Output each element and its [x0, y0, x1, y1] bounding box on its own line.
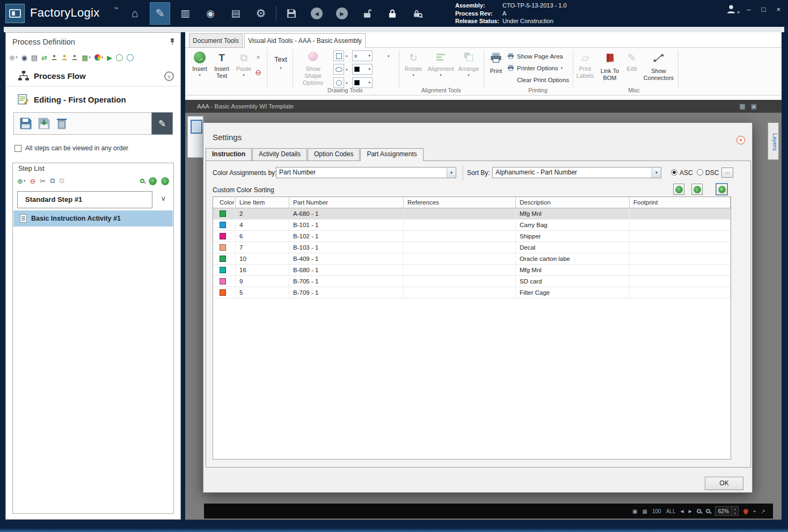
color-swatch[interactable]	[220, 244, 226, 251]
ok-button[interactable]: OK	[705, 477, 743, 490]
zoom-down-icon[interactable]: ▼	[732, 511, 738, 515]
rectangle-tool-caret[interactable]: ▾	[346, 54, 348, 59]
tab-visual-aid-tools[interactable]: Visual Aid Tools - AAA - Basic Assembly	[244, 33, 366, 48]
print-labels-button[interactable]: ▱ Print Labels	[575, 50, 595, 79]
dropdown-arrow-icon[interactable]: ▼	[447, 167, 456, 178]
prev-page-icon[interactable]: ◀	[680, 509, 683, 514]
table-row[interactable]: 4B-101 - 1Carry Bag	[213, 220, 731, 231]
dsc-radio[interactable]	[697, 169, 703, 176]
tab-activity-details[interactable]: Activity Details	[252, 148, 307, 161]
color-swatch[interactable]	[220, 267, 226, 273]
move-up-icon[interactable]: ↑	[149, 177, 157, 185]
gear-icon[interactable]: ⚙	[251, 2, 271, 25]
step-name[interactable]: Standard Step #1	[17, 191, 152, 208]
color-swatch[interactable]	[220, 278, 226, 285]
rotate-button[interactable]: ↻ Rotate ▾	[403, 50, 424, 77]
close-button[interactable]: ×	[776, 5, 780, 13]
zoom-out-icon[interactable]	[697, 509, 701, 513]
order-checkbox-row[interactable]: All steps can be viewed in any order	[14, 144, 128, 152]
user-add-icon[interactable]	[61, 54, 68, 61]
zoom-up-icon[interactable]: ▲	[732, 507, 738, 511]
map-pin-icon[interactable]	[742, 508, 749, 515]
search-step-icon[interactable]	[140, 179, 144, 183]
add-step-icon[interactable]: ⊕▾	[17, 177, 25, 185]
save-icon[interactable]	[281, 2, 302, 25]
fit-plus-icon[interactable]: +	[753, 508, 756, 514]
column-header[interactable]: Line Item	[236, 197, 289, 208]
table-row[interactable]: 6B-102 - 1Shipper	[213, 231, 731, 242]
column-header[interactable]: Description	[516, 197, 630, 208]
next-page-icon[interactable]: ▶	[689, 509, 692, 514]
home-icon[interactable]: ⌂	[125, 2, 145, 25]
color-swatch[interactable]	[220, 289, 226, 296]
table-row[interactable]: 5B-709 - 1Filter Cage	[213, 287, 731, 298]
start-icon[interactable]: ▶	[107, 54, 112, 62]
expand-icon[interactable]: ↗	[761, 508, 765, 514]
dialog-close-icon[interactable]: ×	[736, 136, 745, 144]
ellipse-tool[interactable]	[333, 64, 344, 75]
status-green-icon[interactable]	[116, 54, 123, 61]
maximize-button[interactable]: □	[762, 5, 766, 13]
user-permissions-icon[interactable]	[51, 54, 57, 61]
show-page-area-button[interactable]: Show Page Area	[507, 51, 572, 61]
column-header[interactable]: Color	[213, 197, 236, 208]
order-checkbox[interactable]	[14, 145, 21, 152]
column-header[interactable]: References	[404, 197, 516, 208]
delete-operation-icon[interactable]	[56, 117, 68, 130]
cut-icon[interactable]: ✂	[40, 177, 46, 185]
paste-icon[interactable]: ⧉	[60, 177, 64, 185]
user-signout-icon[interactable]: ×	[726, 4, 736, 14]
forward-icon[interactable]: ▶	[332, 2, 352, 25]
layout-icon[interactable]: ▦	[739, 103, 745, 110]
insert-button[interactable]: → Insert ▾	[189, 50, 210, 77]
tab-part-assignments[interactable]: Part Assignments	[360, 148, 423, 161]
sort-by-select[interactable]: Alphanumeric - Part Number ▼	[492, 167, 661, 178]
move-down-icon[interactable]: ↓	[161, 177, 169, 185]
clipboard-icon[interactable]: ▥	[175, 2, 195, 25]
rectangle-tool[interactable]	[333, 50, 344, 61]
tab-instruction[interactable]: Instruction	[206, 148, 252, 161]
step-chevron-icon[interactable]: ∨	[160, 194, 166, 202]
more-options-button[interactable]: ...	[721, 167, 733, 178]
move-part-up-button[interactable]: ↑	[673, 184, 684, 195]
printer-options-button[interactable]: Printer Options ▾	[507, 63, 572, 73]
remove-step-icon[interactable]: ⊖	[30, 177, 35, 185]
circle-tool-caret[interactable]: ▾	[346, 81, 348, 85]
table-row[interactable]: 7B-103 - 1Decal	[213, 242, 731, 253]
table-row[interactable]: 2A-680 - 1Mfg Mnl	[213, 208, 731, 220]
circle-tool[interactable]	[333, 77, 344, 88]
ellipse-tool-caret[interactable]: ▾	[346, 68, 348, 72]
arrange-button[interactable]: Arrange ▾	[456, 50, 481, 77]
clear-print-options-button[interactable]: Clear Print Options	[507, 75, 572, 85]
thumbnail-icon[interactable]: ▣	[632, 508, 637, 514]
color-assignments-select[interactable]: Part Number ▼	[276, 167, 456, 178]
tab-option-codes[interactable]: Option Codes	[308, 148, 360, 161]
export-icon[interactable]: ▦▾	[82, 54, 91, 62]
unlock-icon[interactable]	[357, 2, 377, 25]
show-connectors-button[interactable]: Show Connectors	[641, 50, 676, 82]
alignment-button[interactable]: Alignment ▾	[427, 50, 455, 77]
process-flow-row[interactable]: Process Flow ∨	[6, 67, 180, 86]
paste-button[interactable]: ⧉ Paste ▾	[234, 50, 254, 77]
zoom-in-icon[interactable]	[706, 509, 710, 513]
sync-icon[interactable]: ⇄	[41, 54, 47, 62]
process-editor-icon[interactable]: ✎	[150, 2, 170, 25]
navigator-icon[interactable]: ◉	[200, 2, 221, 25]
color-swatch[interactable]	[220, 233, 226, 239]
save-operation-icon[interactable]	[19, 117, 32, 130]
asc-radio[interactable]	[671, 169, 677, 176]
line-style-dropdown[interactable]: ≡▾	[352, 50, 373, 61]
lock-search-icon[interactable]	[407, 2, 428, 25]
share-icon[interactable]: ◉	[21, 54, 27, 62]
back-icon[interactable]: ◀	[307, 2, 327, 25]
color-swatch[interactable]	[220, 256, 226, 262]
layers-tab[interactable]: Layers	[768, 122, 779, 160]
edit-template-button[interactable]: ✎	[151, 112, 173, 135]
options-icon[interactable]: ⊕▾	[9, 54, 17, 62]
column-header[interactable]: Footprint	[630, 197, 731, 208]
import-export-icon[interactable]	[38, 117, 50, 130]
color-swatch[interactable]	[220, 222, 226, 228]
show-shape-options-button[interactable]: Show Shape Options	[296, 50, 330, 86]
line-color-dropdown[interactable]: ▾	[352, 64, 373, 75]
copy-icon[interactable]: ⧉	[50, 177, 55, 185]
